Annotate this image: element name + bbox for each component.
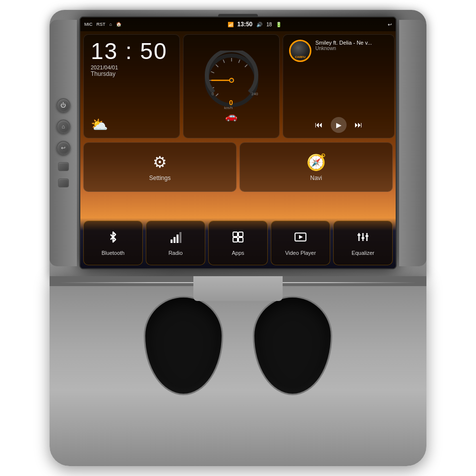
equalizer-button[interactable]: Equalizer bbox=[333, 221, 393, 265]
home-button[interactable]: ⌂ bbox=[57, 119, 70, 133]
next-button[interactable]: ⏭ bbox=[355, 120, 362, 129]
car-unit: ⏻ ⌂ ↩ MIC RST ⌂ 🏠 📶 13:50 bbox=[50, 10, 426, 466]
car-animation: 🚗 bbox=[225, 110, 238, 122]
center-panel bbox=[193, 276, 283, 301]
weather-icon: ⛅ bbox=[91, 117, 173, 133]
svg-rect-19 bbox=[177, 235, 178, 243]
music-artist: Unknown bbox=[315, 46, 372, 51]
svg-line-9 bbox=[244, 65, 247, 67]
svg-text:240: 240 bbox=[251, 92, 258, 96]
status-time: 13:50 bbox=[238, 21, 253, 28]
svg-rect-17 bbox=[171, 239, 173, 243]
speedo-svg: 0 240 0 km/h bbox=[202, 51, 261, 110]
speedo-gauge: 0 240 0 km/h bbox=[202, 51, 261, 110]
speaker-hole-right bbox=[253, 296, 332, 395]
prev-button[interactable]: ⏮ bbox=[315, 120, 323, 129]
video-player-label: Video Player bbox=[285, 250, 316, 256]
svg-rect-22 bbox=[238, 232, 243, 237]
status-center: 📶 13:50 🔊 18 🔋 bbox=[228, 21, 282, 28]
fascia-bottom bbox=[50, 276, 426, 466]
home-icon[interactable]: ⌂ bbox=[110, 22, 112, 27]
battery-icon: 🔋 bbox=[276, 22, 282, 27]
svg-rect-21 bbox=[233, 232, 238, 237]
back-nav-icon[interactable]: ↩ bbox=[388, 22, 392, 27]
svg-text:0: 0 bbox=[212, 92, 214, 96]
radio-icon bbox=[169, 231, 182, 247]
music-card[interactable]: Smiley ft. Delia - Ne v... Unknown ⏮ ▶ ⏭ bbox=[283, 34, 395, 138]
settings-label: Settings bbox=[149, 175, 171, 181]
screen-wrapper: MIC RST ⌂ 🏠 📶 13:50 🔊 18 🔋 ↩ bbox=[79, 16, 397, 269]
video-player-button[interactable]: Video Player bbox=[271, 221, 330, 265]
equalizer-icon bbox=[357, 231, 369, 247]
apps-icon bbox=[232, 231, 244, 247]
svg-rect-24 bbox=[238, 238, 243, 242]
navi-icon: 🧭 bbox=[306, 153, 326, 172]
volume-up-button[interactable] bbox=[58, 162, 69, 171]
clock-time: 13 : 50 bbox=[91, 40, 173, 62]
svg-rect-18 bbox=[174, 237, 176, 243]
power-button[interactable]: ⏻ bbox=[57, 98, 70, 112]
speaker-hole-left bbox=[144, 296, 223, 395]
rst-label: RST bbox=[97, 22, 106, 27]
screen: MIC RST ⌂ 🏠 📶 13:50 🔊 18 🔋 ↩ bbox=[80, 17, 396, 268]
status-bar: MIC RST ⌂ 🏠 📶 13:50 🔊 18 🔋 ↩ bbox=[80, 17, 396, 31]
signal-strength: 18 bbox=[266, 22, 272, 27]
row2: ⚙ Settings 🧭 Navi bbox=[83, 142, 393, 192]
svg-line-4 bbox=[211, 72, 214, 73]
status-left: MIC RST ⌂ 🏠 bbox=[84, 22, 121, 27]
status-right: ↩ bbox=[388, 22, 392, 27]
svg-line-6 bbox=[223, 60, 225, 63]
svg-line-1 bbox=[216, 94, 218, 96]
video-player-icon bbox=[294, 231, 307, 247]
app-buttons-row: Bluetooth bbox=[83, 221, 393, 265]
svg-line-8 bbox=[238, 60, 240, 63]
radio-button[interactable]: Radio bbox=[146, 221, 205, 265]
music-title: Smiley ft. Delia - Ne v... bbox=[315, 40, 372, 46]
navi-card[interactable]: 🧭 Navi bbox=[239, 142, 393, 192]
svg-text:km/h: km/h bbox=[224, 106, 233, 110]
wifi-icon: 📶 bbox=[228, 22, 234, 27]
music-controls: ⏮ ▶ ⏭ bbox=[289, 117, 388, 133]
clock-day: Thursday bbox=[91, 70, 173, 77]
clock-card: 13 : 50 2021/04/01 Thursday ⛅ bbox=[83, 34, 180, 138]
side-controls-left: ⏻ ⌂ ↩ bbox=[50, 20, 77, 266]
settings-card[interactable]: ⚙ Settings bbox=[83, 142, 237, 192]
music-info: Smiley ft. Delia - Ne v... Unknown bbox=[315, 40, 372, 51]
navi-label: Navi bbox=[310, 175, 322, 181]
svg-marker-26 bbox=[299, 235, 303, 239]
fascia-top: ⏻ ⌂ ↩ MIC RST ⌂ 🏠 📶 13:50 bbox=[50, 10, 426, 276]
bluetooth-button[interactable]: Bluetooth bbox=[83, 221, 143, 265]
svg-point-12 bbox=[230, 79, 233, 82]
back-button[interactable]: ↩ bbox=[57, 141, 70, 155]
speaker-holes bbox=[144, 296, 332, 395]
clock-date: 2021/04/01 bbox=[91, 64, 173, 70]
bluetooth-icon bbox=[107, 231, 119, 247]
volume-down-button[interactable] bbox=[58, 178, 69, 187]
screen-content: 13 : 50 2021/04/01 Thursday ⛅ bbox=[80, 31, 396, 268]
svg-rect-20 bbox=[179, 232, 181, 243]
bluetooth-label: Bluetooth bbox=[102, 250, 124, 256]
mic-label: MIC bbox=[84, 22, 93, 27]
apps-label: Apps bbox=[232, 250, 244, 256]
equalizer-label: Equalizer bbox=[352, 250, 374, 256]
speedometer-card: 0 240 0 km/h 🚗 bbox=[183, 34, 280, 138]
row1: 13 : 50 2021/04/01 Thursday ⛅ bbox=[83, 34, 393, 138]
side-controls-right bbox=[399, 20, 426, 266]
music-top-row: Smiley ft. Delia - Ne v... Unknown bbox=[289, 40, 388, 62]
album-art bbox=[289, 40, 311, 62]
radio-label: Radio bbox=[169, 250, 183, 256]
apps-button[interactable]: Apps bbox=[208, 221, 268, 265]
svg-rect-23 bbox=[233, 238, 238, 242]
nav-home-icon[interactable]: 🏠 bbox=[116, 22, 121, 27]
volume-icon: 🔊 bbox=[256, 22, 262, 27]
settings-icon: ⚙ bbox=[153, 153, 167, 172]
svg-line-5 bbox=[216, 65, 218, 67]
play-button[interactable]: ▶ bbox=[331, 117, 347, 133]
